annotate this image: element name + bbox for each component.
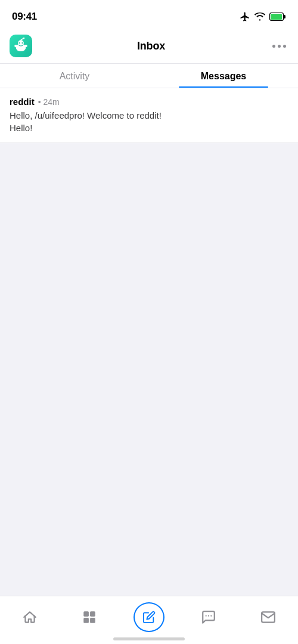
message-body: Hello, /u/uifeedpro! Welcome to reddit!H… — [10, 109, 288, 134]
nav-chat-button[interactable] — [191, 602, 226, 632]
tab-messages[interactable]: Messages — [149, 64, 298, 88]
message-time: • 24m — [38, 97, 60, 107]
svg-rect-14 — [83, 618, 89, 623]
svg-point-8 — [19, 42, 20, 44]
svg-point-6 — [14, 45, 17, 47]
tab-activity[interactable]: Activity — [0, 64, 149, 88]
message-header-row: reddit • 24m — [10, 97, 288, 107]
status-bar: 09:41 — [0, 0, 298, 30]
battery-icon — [269, 13, 286, 21]
empty-content-area — [0, 143, 298, 501]
compose-circle — [134, 602, 164, 632]
svg-rect-15 — [90, 618, 95, 623]
status-time: 09:41 — [12, 11, 37, 23]
svg-rect-2 — [271, 14, 282, 20]
svg-point-9 — [21, 42, 23, 44]
svg-rect-1 — [284, 15, 285, 18]
svg-point-7 — [24, 45, 27, 47]
messages-list: reddit • 24m Hello, /u/uifeedpro! Welcom… — [0, 88, 298, 143]
nav-compose-button[interactable] — [131, 602, 167, 632]
reddit-logo-icon — [13, 38, 29, 54]
bottom-navigation — [0, 596, 298, 644]
app-logo — [10, 35, 32, 57]
nav-grid-button[interactable] — [72, 602, 107, 632]
svg-point-16 — [206, 615, 207, 617]
tabs-container: Activity Messages — [0, 64, 298, 88]
svg-rect-12 — [83, 611, 89, 617]
svg-point-17 — [208, 615, 209, 617]
message-item[interactable]: reddit • 24m Hello, /u/uifeedpro! Welcom… — [0, 88, 298, 143]
airplane-icon — [240, 11, 250, 22]
message-sender: reddit — [10, 97, 35, 107]
app-header: Inbox — [0, 30, 298, 64]
inbox-title: Inbox — [137, 40, 165, 52]
more-options-button[interactable] — [270, 42, 288, 50]
nav-mail-button[interactable] — [250, 602, 286, 632]
svg-point-18 — [210, 615, 212, 617]
status-icons — [240, 11, 286, 22]
svg-rect-13 — [90, 611, 95, 617]
wifi-icon — [254, 13, 266, 21]
home-indicator — [113, 637, 185, 640]
svg-line-10 — [21, 38, 23, 40]
nav-home-button[interactable] — [12, 602, 48, 632]
